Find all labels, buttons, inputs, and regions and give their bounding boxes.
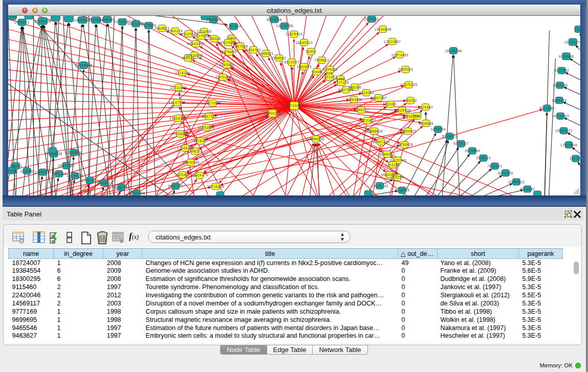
svg-text:9527508: 9527508 xyxy=(221,41,235,45)
svg-text:15692971: 15692971 xyxy=(555,129,573,133)
svg-text:3267110: 3267110 xyxy=(202,115,216,118)
svg-text:16782759: 16782759 xyxy=(113,186,130,189)
svg-text:16120746: 16120746 xyxy=(389,159,406,162)
svg-text:1588520: 1588520 xyxy=(271,56,286,60)
svg-text:2367608: 2367608 xyxy=(233,45,248,48)
svg-text:15720407: 15720407 xyxy=(359,119,376,122)
svg-text:9375685: 9375685 xyxy=(222,50,236,54)
svg-text:15751074: 15751074 xyxy=(564,40,580,44)
svg-text:5938923: 5938923 xyxy=(442,135,457,138)
svg-text:9245652: 9245652 xyxy=(520,187,535,191)
svg-text:10154808: 10154808 xyxy=(374,28,391,31)
svg-text:9498222: 9498222 xyxy=(187,149,202,153)
svg-text:7485063: 7485063 xyxy=(398,68,413,71)
svg-text:19654923: 19654923 xyxy=(399,129,417,133)
svg-text:16210643: 16210643 xyxy=(552,114,569,118)
svg-text:16107553: 16107553 xyxy=(168,101,186,104)
svg-text:944: 944 xyxy=(414,114,421,118)
svg-text:12505135: 12505135 xyxy=(67,174,84,178)
svg-text:90448: 90448 xyxy=(311,70,322,74)
svg-text:1112: 1112 xyxy=(575,28,580,31)
svg-text:17359928: 17359928 xyxy=(66,151,83,155)
svg-text:16543392: 16543392 xyxy=(187,42,205,46)
svg-text:82160: 82160 xyxy=(385,102,396,106)
svg-text:2718176: 2718176 xyxy=(175,71,190,75)
svg-text:20053346: 20053346 xyxy=(75,63,93,67)
svg-text:15716485: 15716485 xyxy=(207,185,225,188)
svg-text:2803144: 2803144 xyxy=(215,75,230,79)
svg-text:6466160: 6466160 xyxy=(100,18,115,21)
svg-text:9129966: 9129966 xyxy=(559,55,574,58)
svg-text:18300295: 18300295 xyxy=(264,112,281,115)
svg-text:546: 546 xyxy=(228,36,235,40)
svg-text:12923466: 12923466 xyxy=(128,191,145,195)
svg-text:16961: 16961 xyxy=(306,50,316,53)
svg-text:19309: 19309 xyxy=(8,16,17,18)
svg-text:9242848: 9242848 xyxy=(219,63,234,67)
svg-text:7357224: 7357224 xyxy=(226,25,241,28)
svg-text:8215955: 8215955 xyxy=(539,106,554,110)
svg-text:9084067: 9084067 xyxy=(379,152,394,156)
svg-text:9657771: 9657771 xyxy=(168,184,183,188)
svg-text:10688609: 10688609 xyxy=(366,129,383,133)
svg-text:6497508: 6497508 xyxy=(338,88,353,92)
svg-text:9794028: 9794028 xyxy=(322,68,337,71)
svg-text:19654925: 19654925 xyxy=(169,117,187,120)
svg-text:2087652: 2087652 xyxy=(364,17,379,21)
svg-text:1244415: 1244415 xyxy=(552,99,567,102)
svg-text:7632621: 7632621 xyxy=(487,164,502,168)
svg-text:8522037: 8522037 xyxy=(284,60,299,64)
svg-text:8878332: 8878332 xyxy=(193,139,208,143)
svg-text:11553593: 11553593 xyxy=(198,126,215,129)
svg-text:10807487: 10807487 xyxy=(370,96,387,100)
svg-text:252254: 252254 xyxy=(391,176,404,179)
svg-text:10958117: 10958117 xyxy=(96,181,113,185)
svg-text:20364436: 20364436 xyxy=(345,98,363,101)
svg-text:8471676: 8471676 xyxy=(498,171,513,175)
svg-text:946362: 946362 xyxy=(404,99,417,102)
svg-text:9146821: 9146821 xyxy=(258,52,273,55)
svg-text:3624554: 3624554 xyxy=(359,91,374,95)
svg-text:9699695: 9699695 xyxy=(419,122,433,125)
svg-text:15409948: 15409948 xyxy=(182,161,200,164)
svg-text:19166822: 19166822 xyxy=(172,132,189,136)
svg-text:10973493: 10973493 xyxy=(391,53,409,57)
svg-text:1115682: 1115682 xyxy=(20,169,34,173)
svg-text:9474444: 9474444 xyxy=(465,149,480,152)
svg-text:12213389: 12213389 xyxy=(170,86,187,90)
svg-text:20206535: 20206535 xyxy=(45,152,62,156)
svg-text:16914479: 16914479 xyxy=(191,173,208,177)
svg-text:1733426: 1733426 xyxy=(395,188,409,192)
svg-text:1209358: 1209358 xyxy=(553,83,568,87)
svg-text:20691406: 20691406 xyxy=(34,19,52,23)
svg-text:9115460: 9115460 xyxy=(418,105,433,109)
svg-text:1322605: 1322605 xyxy=(197,30,211,33)
svg-text:19218506: 19218506 xyxy=(276,24,293,28)
svg-text:18724007: 18724007 xyxy=(286,104,303,107)
svg-text:6879197: 6879197 xyxy=(453,142,468,145)
svg-text:16640910: 16640910 xyxy=(295,41,313,45)
svg-text:18907249: 18907249 xyxy=(372,140,389,144)
svg-text:8813054: 8813054 xyxy=(267,18,281,21)
svg-text:985061: 985061 xyxy=(10,164,23,168)
svg-text:117004: 117004 xyxy=(206,101,219,105)
svg-text:11325419: 11325419 xyxy=(286,32,302,36)
svg-text:12975125: 12975125 xyxy=(400,83,418,86)
svg-text:9227342: 9227342 xyxy=(554,69,569,72)
svg-text:12213967: 12213967 xyxy=(384,40,401,43)
svg-text:9527505: 9527505 xyxy=(194,34,209,38)
svg-text:7625402: 7625402 xyxy=(175,173,190,177)
svg-text:2053809: 2053809 xyxy=(206,18,221,21)
svg-text:2055571: 2055571 xyxy=(14,20,29,24)
svg-text:19584556: 19584556 xyxy=(307,137,324,141)
svg-text:16648784: 16648784 xyxy=(445,49,462,53)
svg-text:186328: 186328 xyxy=(208,37,221,40)
svg-text:19756928: 19756928 xyxy=(396,143,413,146)
svg-text:1621072: 1621072 xyxy=(322,75,337,79)
svg-text:19975887: 19975887 xyxy=(58,164,75,167)
svg-text:12942737: 12942737 xyxy=(34,170,52,174)
svg-text:39154: 39154 xyxy=(8,169,17,172)
svg-text:10025438: 10025438 xyxy=(394,108,411,112)
svg-text:989012: 989012 xyxy=(182,56,194,60)
svg-text:17016504: 17016504 xyxy=(560,143,578,147)
